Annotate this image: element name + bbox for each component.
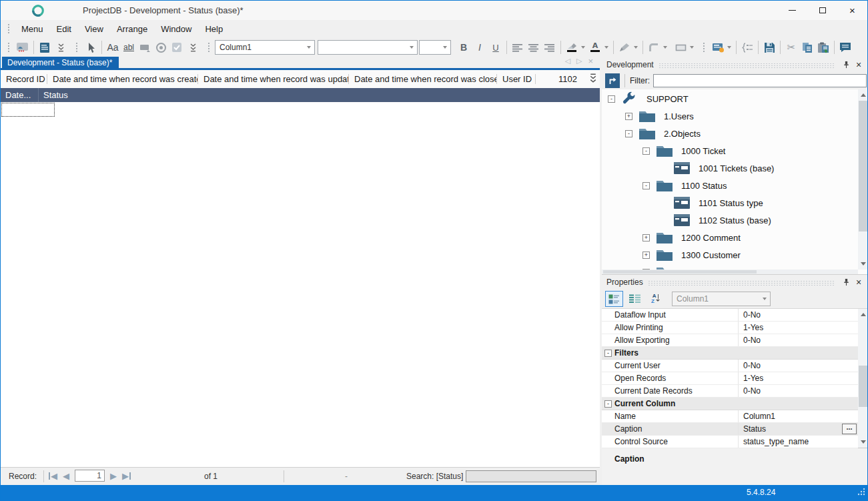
shape-rect-button[interactable] [673, 39, 688, 55]
align-left-button[interactable] [510, 39, 525, 55]
dataset-button[interactable] [37, 39, 52, 55]
font-size-combo[interactable] [419, 40, 451, 55]
form-view-button[interactable] [711, 39, 725, 55]
property-row-current-user[interactable]: Current User 0-No [602, 360, 858, 372]
chevron-down-icon[interactable] [727, 46, 731, 49]
tab-scroll-right-icon[interactable]: ▷ [576, 57, 582, 65]
chevron-down-icon[interactable] [604, 46, 608, 49]
column-header-updated[interactable]: Date and time when record was updated [198, 70, 349, 88]
scrollbar-thumb[interactable] [859, 366, 868, 407]
column-header-record-id[interactable]: Record ID [1, 70, 47, 88]
draw-tool-button[interactable] [617, 39, 632, 55]
menu-item-view[interactable]: View [78, 21, 110, 37]
scroll-up-icon[interactable] [858, 309, 868, 319]
combo-arrow[interactable] [304, 41, 314, 54]
save-button[interactable] [762, 39, 777, 55]
collapse-icon[interactable]: - [604, 400, 612, 408]
tab-development-status[interactable]: Development - Status (base)* [2, 57, 119, 68]
first-record-button[interactable]: ◀ [49, 471, 57, 481]
font-tool-button[interactable]: Aa [105, 39, 120, 55]
expander-icon[interactable]: + [642, 252, 650, 259]
categorized-view-button[interactable] [605, 291, 623, 307]
select-tool-button[interactable] [83, 39, 98, 55]
collapse-icon[interactable]: - [604, 350, 612, 357]
toolbar-grip[interactable] [703, 42, 705, 53]
list-view-button[interactable] [626, 291, 644, 307]
resize-grip[interactable] [857, 486, 865, 498]
tab-close-icon[interactable]: × [588, 56, 593, 66]
ellipsis-button[interactable]: ... [842, 424, 857, 434]
scrollbar-track[interactable] [858, 99, 868, 260]
expander-icon[interactable]: - [642, 147, 650, 155]
property-row-control-source[interactable]: Control Source status_type_name [602, 436, 858, 448]
tree-item-1000-ticket[interactable]: - 1000 Ticket [602, 142, 857, 159]
expander-icon[interactable]: - [608, 95, 615, 103]
property-value[interactable]: 1-Yes [738, 372, 858, 384]
scroll-up-icon[interactable] [858, 89, 868, 99]
expander-icon[interactable]: - [642, 182, 650, 189]
menu-item-menu[interactable]: Menu [15, 21, 50, 37]
paste-button[interactable] [816, 39, 831, 55]
menu-item-window[interactable]: Window [154, 21, 198, 37]
property-group-current-column[interactable]: - Current Column [602, 398, 858, 410]
property-value[interactable]: 0-No [738, 360, 858, 372]
filter-input[interactable] [653, 74, 867, 87]
toolbar-grip[interactable] [7, 42, 10, 53]
property-value[interactable]: 0-No [738, 385, 858, 397]
border-style-button[interactable] [646, 39, 661, 55]
column-header-closed[interactable]: Date and time when record was closed [349, 70, 497, 88]
pin-icon[interactable] [841, 278, 851, 286]
tab-scroll-left-icon[interactable]: ◁ [564, 57, 570, 65]
label-tool-button[interactable] [137, 39, 152, 55]
column-header-created[interactable]: Date and time when record was created [47, 70, 198, 88]
tree-vertical-scrollbar[interactable] [858, 89, 868, 270]
tree-item-1200-comment[interactable]: + 1200 Comment [602, 229, 857, 246]
menubar-grip[interactable] [7, 23, 10, 34]
property-row-allow-exporting[interactable]: Allow Exporting 0-No [602, 334, 858, 347]
expander-icon[interactable]: + [642, 234, 650, 241]
italic-button[interactable]: I [472, 39, 487, 55]
open-object-button[interactable] [605, 73, 620, 88]
header-overflow-button[interactable] [590, 73, 600, 85]
pin-icon[interactable] [841, 61, 851, 69]
menu-item-help[interactable]: Help [198, 21, 230, 37]
toolbar-grip[interactable] [75, 42, 78, 53]
properties-column-combo[interactable]: Column1 [672, 292, 771, 306]
underline-button[interactable]: U [488, 39, 503, 55]
fill-color-button[interactable] [564, 39, 579, 55]
tree-item-1102-status-base[interactable]: 1102 Status (base) [602, 211, 857, 229]
chevron-down-icon[interactable] [581, 46, 585, 49]
active-cell[interactable] [1, 103, 55, 117]
property-row-open-records[interactable]: Open Records 1-Yes [602, 372, 858, 385]
tree-item-support[interactable]: - SUPPORT [602, 90, 857, 107]
radio-tool-button[interactable] [153, 39, 168, 55]
tree-horizontal-scrollbar[interactable] [602, 270, 858, 274]
menu-item-arrange[interactable]: Arrange [110, 21, 154, 37]
tree-item-1300-customer[interactable]: + 1300 Customer [602, 246, 857, 264]
close-panel-icon[interactable]: × [853, 59, 864, 70]
chevron-down-icon[interactable] [634, 46, 638, 49]
cut-button[interactable]: ✂ [784, 39, 799, 55]
copy-button[interactable] [800, 39, 815, 55]
align-center-button[interactable] [526, 39, 541, 55]
scroll-down-icon[interactable] [858, 438, 868, 448]
combo-arrow[interactable] [759, 298, 770, 300]
tree-item-1001-tickets-base[interactable]: 1001 Tickets (base) [602, 159, 857, 177]
scrollbar-track[interactable] [858, 319, 868, 438]
column-header-user-id[interactable]: User ID [497, 70, 536, 88]
column-header-1102[interactable]: 1102 [536, 70, 586, 88]
previous-record-button[interactable]: ◀ [63, 471, 69, 481]
tree-item-1101-status-type[interactable]: 1101 Status type [602, 194, 857, 211]
close-panel-icon[interactable]: × [853, 277, 864, 288]
property-value[interactable]: 0-No [738, 334, 858, 346]
band-header-status[interactable]: Status [39, 88, 73, 102]
align-right-button[interactable] [542, 39, 557, 55]
toolbar-overflow-button[interactable] [53, 39, 68, 55]
column-combo[interactable]: Column1 [215, 40, 315, 55]
property-row-dataflow-input[interactable]: Dataflow Input 0-No [602, 309, 858, 322]
tools-overflow-button[interactable] [185, 39, 200, 55]
property-value[interactable]: 1-Yes [738, 322, 858, 334]
textbox-tool-button[interactable]: abl [121, 39, 136, 55]
scrollbar-thumb[interactable] [859, 101, 868, 231]
chevron-down-icon[interactable] [663, 46, 667, 49]
